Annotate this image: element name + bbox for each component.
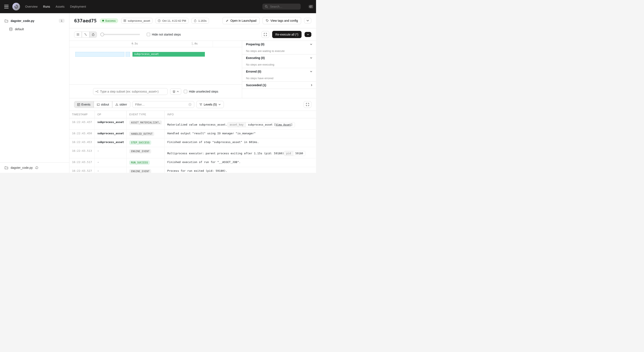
view-tags-button[interactable]: View tags and config	[262, 17, 301, 24]
nav-runs[interactable]: Runs	[43, 5, 50, 8]
gantt-step-bar[interactable]: subprocess_asset	[132, 52, 205, 57]
status-executing-header[interactable]: Executing (0)	[242, 54, 316, 61]
fullscreen-logs-button[interactable]	[304, 101, 311, 108]
nav-deployment[interactable]: Deployment	[70, 5, 86, 8]
reexecute-button[interactable]: Re-execute all (*)	[272, 31, 302, 38]
more-menu-button[interactable]	[304, 18, 311, 23]
table-row[interactable]: 16:22:43.527-ENGINE_EVENTProcess for run…	[70, 167, 316, 173]
log-timestamp: 16:22:43.513	[70, 147, 94, 158]
log-timestamp: 16:22:43.517	[70, 158, 94, 167]
status-badge: Success	[100, 18, 118, 23]
hide-not-started-checkbox[interactable]: Hide not started steps	[147, 33, 181, 36]
chevron-down-icon	[306, 20, 309, 21]
col-info: INFO	[164, 111, 316, 118]
table-row[interactable]: 16:22:43.517-RUN_SUCCESSFinished executi…	[70, 158, 316, 167]
svg-point-12	[98, 90, 98, 91]
search-icon	[265, 5, 268, 8]
svg-point-2	[10, 28, 12, 28]
svg-point-11	[96, 91, 96, 92]
status-succeeded-header[interactable]: Succeeded (1)	[242, 82, 316, 88]
layer-toggle[interactable]	[170, 88, 181, 95]
status-preparing-header[interactable]: Preparing (0)	[242, 41, 316, 48]
table-row[interactable]: 16:22:43.437subprocess_assetASSET_MATERI…	[70, 118, 316, 130]
run-header: 637aed75 Success subprocess_asset Oct 11…	[70, 13, 316, 28]
log-info: Multiprocess executor: parent process ex…	[164, 147, 316, 158]
view-time-button[interactable]	[90, 31, 97, 38]
hamburger-icon[interactable]	[4, 5, 8, 8]
log-op: -	[94, 147, 126, 158]
zoom-slider[interactable]	[102, 34, 140, 35]
svg-rect-5	[124, 21, 124, 22]
sidebar-item-default-label: default	[15, 27, 24, 31]
database-icon	[9, 27, 12, 31]
tab-events[interactable]: Events	[74, 101, 94, 108]
status-errored-header[interactable]: Errored (0)	[242, 68, 316, 75]
reexecute-menu-button[interactable]	[304, 32, 311, 37]
dagster-logo[interactable]	[12, 3, 20, 10]
log-filter-field[interactable]	[135, 103, 187, 106]
log-event-type: ENGINE_EVENT	[127, 167, 164, 173]
nav-links: Overview Runs Assets Deployment	[25, 5, 86, 8]
duration-chip: 1.163s	[192, 18, 209, 24]
log-table: TIMESTAMP OP EVENT TYPE INFO 16:22:43.43…	[70, 111, 316, 173]
col-event-type: EVENT TYPE	[127, 111, 164, 118]
sidebar-repo-count: 1	[59, 19, 64, 23]
svg-point-13	[98, 92, 98, 93]
svg-rect-3	[124, 19, 124, 20]
zoom-thumb[interactable]	[100, 32, 104, 36]
sidebar-item-default[interactable]: default	[0, 26, 69, 32]
sidebar: dagster_code.py 1 default dagster_code.p…	[0, 13, 70, 173]
step-subset-field[interactable]	[100, 90, 165, 93]
fullscreen-gantt-button[interactable]	[262, 31, 269, 38]
status-preparing-body: No steps are waiting to execute	[242, 48, 316, 54]
levels-dropdown[interactable]: Levels (5)	[196, 101, 224, 108]
view-flat-button[interactable]	[74, 31, 82, 38]
nav-assets[interactable]: Assets	[56, 5, 64, 8]
grid-icon	[124, 19, 126, 22]
nav-overview[interactable]: Overview	[25, 5, 38, 8]
log-op: subprocess_asset	[94, 118, 126, 130]
log-filter-input[interactable]	[132, 101, 194, 108]
log-info: Finished execution of step "subprocess_a…	[164, 138, 316, 147]
table-row[interactable]: 16:22:43.450subprocess_assetHANDLED_OUTP…	[70, 130, 316, 138]
table-row[interactable]: 16:22:43.453subprocess_assetSTEP_SUCCESS…	[70, 138, 316, 147]
log-timestamp: 16:22:43.527	[70, 167, 94, 173]
clear-icon[interactable]	[188, 103, 192, 106]
sidebar-footer-label: dagster_code.py	[11, 166, 33, 169]
sidebar-repo[interactable]: dagster_code.py 1	[0, 17, 69, 24]
view-waterfall-button[interactable]	[82, 31, 90, 38]
folder-icon	[5, 19, 8, 22]
table-row[interactable]: 16:22:43.513-ENGINE_EVENTMultiprocess ex…	[70, 147, 316, 158]
asset-chip[interactable]: subprocess_asset	[121, 18, 152, 24]
svg-point-1	[310, 6, 310, 7]
log-event-type: RUN_SUCCESS	[127, 158, 164, 167]
open-launchpad-button[interactable]: Open in Launchpad	[222, 17, 260, 24]
log-event-type: ASSET_MATERIALIZAT…	[127, 118, 164, 130]
gantt-prep-bar[interactable]	[76, 52, 124, 57]
global-search[interactable]: /	[262, 3, 301, 9]
gear-icon[interactable]	[308, 5, 312, 8]
log-op: -	[94, 167, 126, 173]
status-errored-body: No steps have errored	[242, 75, 316, 81]
clock-icon	[158, 19, 160, 22]
log-event-type: HANDLED_OUTPUT	[127, 130, 164, 138]
view-asset-link[interactable]: View Asset	[276, 123, 291, 126]
tab-stdout[interactable]: stdout	[94, 101, 112, 108]
run-id: 637aed75	[74, 18, 97, 23]
refresh-icon[interactable]	[35, 166, 38, 169]
tab-stderr[interactable]: stderr	[112, 101, 130, 108]
log-op: -	[94, 158, 126, 167]
stopwatch-icon	[194, 19, 196, 22]
hide-unselected-checkbox[interactable]: Hide unselected steps	[184, 90, 218, 93]
gantt-toolbar: Hide not started steps Re-execute all (*…	[70, 28, 316, 41]
folder-icon	[5, 166, 8, 169]
svg-point-0	[265, 5, 267, 7]
col-op: OP	[94, 111, 126, 118]
log-op: subprocess_asset	[94, 138, 126, 147]
gantt-prep-bar[interactable]	[126, 52, 130, 57]
search-input[interactable]	[270, 5, 307, 8]
step-subset-input[interactable]	[93, 88, 168, 95]
sidebar-footer[interactable]: dagster_code.py	[0, 162, 69, 173]
log-timestamp: 16:22:43.450	[70, 130, 94, 138]
gantt-chart: 0.5s 1.0s subprocess_asset	[70, 41, 242, 98]
